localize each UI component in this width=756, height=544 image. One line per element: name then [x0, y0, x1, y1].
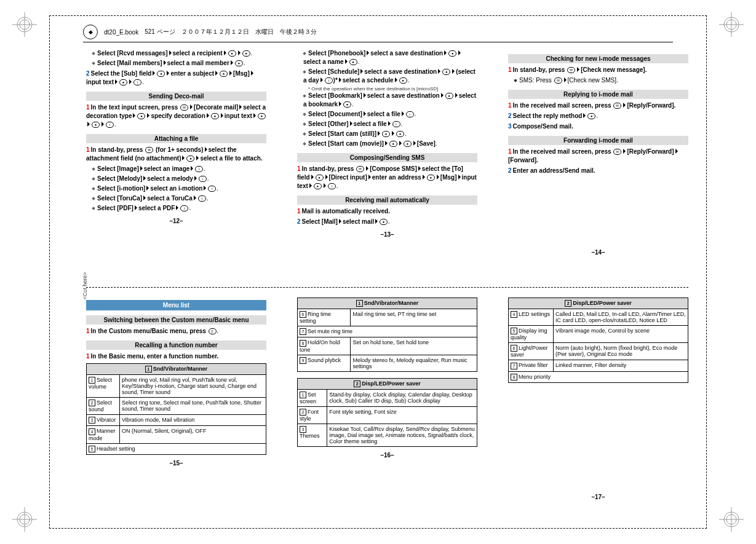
- page-number: –14–: [508, 249, 688, 256]
- page-number: –13–: [297, 231, 477, 238]
- table-row: 3ThemesKisekae Tool, Call/Rcv display, S…: [298, 424, 477, 446]
- dot-icon: ●: [382, 131, 390, 137]
- section-heading: Replying to i-mode mail: [508, 90, 688, 99]
- table-row: 5Display img qualityVibrant image mode, …: [509, 326, 688, 343]
- list-item: Select [Document]select a filei.: [303, 110, 477, 119]
- table-row: 5Headset setting: [87, 443, 266, 454]
- dot-icon: ●: [92, 122, 100, 128]
- menu-icon: ≡: [209, 328, 217, 334]
- i-icon: i: [198, 195, 206, 202]
- table-row: 6Light/Power saverNorm (auto bright), No…: [509, 343, 688, 360]
- section-heading: Recalling a function number: [86, 341, 266, 350]
- step-text: 1In the text input screen, press ✉[Decor…: [86, 103, 266, 129]
- section-heading: Menu list: [86, 300, 266, 310]
- mail-icon: ✉: [356, 166, 364, 172]
- dot-icon: ●: [211, 113, 219, 119]
- footnote: * Omit the operation when the save desti…: [308, 86, 477, 92]
- step-text: 2Select the [Sub] field●enter a subject●…: [86, 69, 266, 87]
- table: 2Disp/LED/Power saver 1Set screenStand-b…: [297, 378, 477, 447]
- list-item: SMS: Press ✉[Check new SMS].: [514, 76, 688, 85]
- page-number: –12–: [86, 218, 266, 224]
- i-icon: i: [106, 122, 114, 128]
- dot-icon: ●: [349, 59, 357, 65]
- book-page: 521 ページ: [145, 28, 175, 36]
- dot-icon: ●: [316, 175, 324, 181]
- i-icon: i: [392, 121, 400, 127]
- dot-icon: ●: [228, 50, 236, 57]
- dot-icon: ●: [448, 50, 456, 57]
- dot-icon: ●: [389, 141, 397, 147]
- dot-icon: ●: [380, 219, 388, 225]
- step-text: 1In stand-by, press ✉[Check new message]…: [508, 66, 688, 74]
- step-text: 1Mail is automatically received.: [297, 207, 477, 216]
- list-item: Select [PDF]select a PDFi.: [92, 204, 266, 213]
- mail-icon: ✉: [567, 67, 575, 73]
- crop-mark-icon: [12, 12, 37, 37]
- dot-icon: ●: [442, 69, 450, 75]
- mail-icon: ✉: [613, 149, 621, 155]
- table-row: 8Menu priority: [509, 371, 688, 382]
- dot-icon: ●: [242, 50, 250, 57]
- list-item: Select [Schedule]select a save destinati…: [303, 68, 477, 85]
- dot-icon: ●: [404, 141, 412, 147]
- i-icon: i: [199, 176, 207, 182]
- mail-icon: ✉: [554, 77, 562, 84]
- mail-icon: ✉: [145, 147, 153, 153]
- table-row: 4LED settingsCalled LED, Mail LED, In-ca…: [509, 309, 688, 326]
- dot-icon: ●: [587, 113, 595, 119]
- book-date: ２００７年１２月１２日 水曜日 午後２時３分: [181, 28, 317, 36]
- list-item: Select [ToruCa]select a ToruCai.: [92, 194, 266, 203]
- table-row: 7Private filterLinked manner, Filter den…: [509, 360, 688, 371]
- list-item: Select [Start cam (movie)]●●[Save].: [303, 140, 477, 148]
- i-icon: i: [180, 205, 188, 211]
- step-text: 3Compose/Send mail.: [508, 122, 688, 131]
- step-text: 1In the received mail screen, press ✉[Re…: [508, 101, 688, 110]
- list-item: Select [Phonebook]select a save destinat…: [303, 49, 477, 66]
- dot-icon: ●: [314, 183, 322, 189]
- crop-mark-icon: [719, 507, 744, 532]
- list-item: Select [Bookmark]select a save destinati…: [303, 92, 477, 109]
- dot-icon: ●: [137, 113, 145, 119]
- table-row: 9Sound plybckMelody stereo fx, Melody eq…: [298, 355, 477, 371]
- section-heading: Checking for new i-mode messages: [508, 54, 688, 63]
- table-row: 3VibratorVibration mode, Mail vibration: [87, 415, 266, 426]
- table: 1Snd/Vibrator/Manner 6Ring time settingM…: [297, 298, 477, 372]
- list-item: Select [Mail members]select a mail membe…: [92, 59, 266, 68]
- section-heading: Attaching a file: [86, 134, 266, 143]
- dot-icon: ●: [427, 175, 435, 181]
- table: 1Snd/Vibrator/Manner 1Select volumephone…: [86, 363, 266, 455]
- table-row: 1Set screenStand-by display, Clock displ…: [298, 389, 477, 406]
- dot-icon: ●: [258, 113, 266, 119]
- mail-icon: ✉: [613, 103, 621, 109]
- table-row: 4Manner modeON (Normal, Silent, Original…: [87, 426, 266, 443]
- list-item: Select [i-motion]select an i-motioni.: [92, 184, 266, 193]
- dot-icon: ●: [186, 156, 194, 162]
- i-icon: i: [325, 77, 333, 84]
- adobe-icon: ◆: [83, 25, 98, 39]
- book-header: ◆ dt20_E.book 521 ページ ２００７年１２月１２日 水曜日 午後…: [83, 25, 673, 42]
- page-number: –17–: [508, 494, 688, 500]
- i-icon: i: [406, 111, 414, 117]
- step-text: 2Enter an address/Send mail.: [508, 167, 688, 175]
- list-item: Select [Other]select a filei.: [303, 120, 477, 128]
- table-row: 2Select soundSelect ring tone, Select ma…: [87, 398, 266, 415]
- table-row: 7Set mute ring time: [298, 326, 477, 337]
- book-name: dt20_E.book: [104, 29, 138, 36]
- section-heading: Switching between the Custom menu/Basic …: [86, 315, 266, 325]
- table-row: 8Hold/On hold toneSet on hold tone, Set …: [298, 337, 477, 355]
- dot-icon: ●: [220, 71, 228, 77]
- dot-icon: ●: [343, 101, 351, 108]
- dot-icon: ●: [396, 131, 404, 137]
- dot-icon: ●: [445, 93, 453, 99]
- i-icon: i: [195, 166, 203, 172]
- step-text: 1In stand-by, press ✉ (for 1+ seconds)se…: [86, 146, 266, 163]
- crop-mark-icon: [719, 12, 744, 37]
- section-heading: Forwarding i-mode mail: [508, 136, 688, 145]
- table: 2Disp/LED/Power saver 4LED settingsCalle…: [508, 298, 688, 383]
- page-number: –15–: [86, 460, 266, 467]
- table-row: 2Font styleFont style setting, Font size: [298, 406, 477, 424]
- crop-mark-icon: [12, 507, 37, 532]
- step-text: 1In the received mail screen, press ✉[Re…: [508, 148, 688, 165]
- mail-icon: ✉: [180, 104, 188, 111]
- table-row: 1Select volumephone ring vol, Mail ring …: [87, 375, 266, 398]
